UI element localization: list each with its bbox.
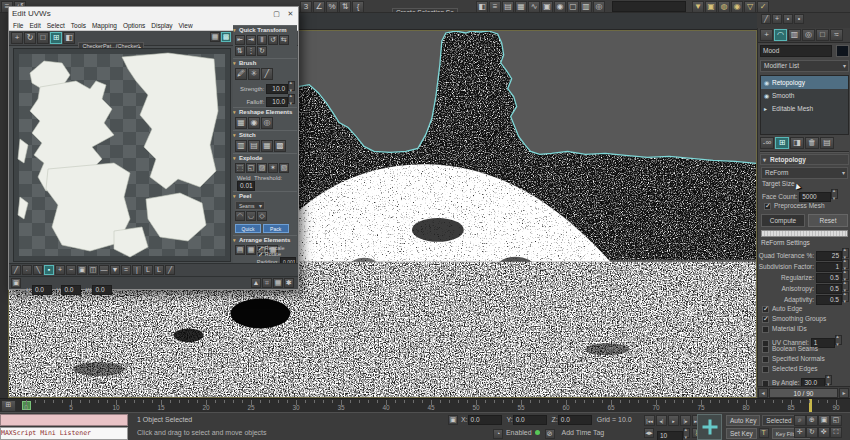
param-field[interactable]: 0.5 (816, 295, 842, 305)
retopology-rollout-header[interactable]: Retopology (760, 154, 849, 165)
key-step-icon[interactable]: ◂▸ (644, 428, 654, 438)
slash2-icon[interactable]: ╱ (165, 265, 175, 275)
rollout-reshape[interactable]: Reshape Elements (233, 107, 297, 116)
layer-explorer-icon[interactable]: ▤ (502, 1, 514, 13)
soft-selection-icon[interactable]: ╱ (11, 265, 21, 275)
next-frame-icon[interactable]: |▸ (680, 415, 691, 426)
space-h-icon[interactable]: ⇆ (279, 35, 289, 45)
menu-tools[interactable]: Tools (71, 20, 86, 31)
auto-edge-checkbox[interactable] (762, 306, 769, 313)
paint-move-icon[interactable]: 🖉 (235, 68, 247, 80)
rotate-90ccw-icon[interactable]: ↺ (268, 35, 278, 45)
spinner-snap-icon[interactable]: ⇅ (339, 1, 351, 13)
rotate-90cw-icon[interactable]: ↻ (257, 46, 267, 56)
snap-toggle-icon[interactable]: 3 (300, 1, 312, 13)
rollout-arrange[interactable]: Arrange Elements (233, 235, 297, 244)
menu-mapping[interactable]: Mapping (92, 20, 117, 31)
material-editor-icon[interactable]: ◉ (554, 1, 566, 13)
rollout-explode[interactable]: Explode (233, 153, 297, 162)
rotate-icon[interactable]: ↻ (24, 32, 36, 44)
plus-icon[interactable]: + (772, 14, 782, 24)
z-coord-field[interactable]: 0.0 (558, 415, 592, 425)
flatten-polys-icon[interactable]: ⬚ (235, 163, 245, 173)
preprocess-checkbox[interactable] (764, 203, 771, 210)
render-icon[interactable]: ◎ (593, 1, 605, 13)
menu-display[interactable]: Display (151, 20, 172, 31)
select-by-edge-icon[interactable]: — (99, 265, 109, 275)
stack-item-retopology[interactable]: ◉Retopology (761, 76, 848, 89)
edge-mode-icon[interactable]: ╲ (33, 265, 43, 275)
rollout-brush[interactable]: Brush (233, 58, 297, 67)
stitch-average-icon[interactable]: ▦ (261, 140, 273, 152)
smoothing-groups-checkbox[interactable] (762, 316, 769, 323)
falloff-curve-icon[interactable]: ╱ (261, 68, 273, 80)
check-value-spinner[interactable] (835, 335, 842, 345)
pan-icon[interactable]: ✛ (794, 427, 806, 438)
space-v-icon[interactable]: ⇅ (235, 46, 245, 56)
tab-create[interactable]: + (760, 29, 773, 41)
checker-toggle-icon[interactable]: ▩ (221, 32, 231, 42)
menu-view[interactable]: View (179, 20, 193, 31)
edit-seams-icon[interactable]: ◠ (235, 211, 245, 221)
straighten-icon[interactable]: ▦ (235, 117, 247, 129)
zoom-all-icon[interactable]: ⊕ (806, 415, 818, 426)
options-gear-icon[interactable]: ✱ (284, 278, 294, 288)
close-icon[interactable]: ✕ (284, 8, 297, 19)
relax-brush-icon[interactable]: ✳ (248, 68, 260, 80)
maxscript-mini-listener[interactable]: MAXScript Mini Listener (0, 427, 128, 440)
grid-snap-icon[interactable]: ▦ (273, 278, 283, 288)
render-iterative-icon[interactable]: ▣ (705, 1, 717, 13)
render-setup-icon[interactable]: ▢ (567, 1, 579, 13)
falloff-field[interactable]: 10.0 (266, 97, 288, 107)
named-selection-combo[interactable] (612, 1, 686, 12)
isolate-toggle-icon[interactable]: ⊘ (545, 429, 555, 439)
align-left-icon[interactable]: ⫴ (257, 35, 267, 45)
quick-peel-button[interactable]: Quick Peel (235, 224, 261, 233)
ignore-backfacing-icon[interactable]: ◫ (88, 265, 98, 275)
w-field[interactable]: 0.0 (92, 285, 112, 295)
vertex-mode-icon[interactable]: ∙ (22, 265, 32, 275)
stitch-custom-icon[interactable]: ▥ (235, 140, 247, 152)
seams-dropdown[interactable]: Seams (235, 201, 265, 210)
time-slider-handle[interactable]: 10 / 90 (769, 388, 838, 398)
stitch-target-icon[interactable]: ▩ (274, 140, 286, 152)
object-name-field[interactable]: Mood (760, 45, 832, 57)
mini-curve-editor-icon[interactable]: ⊞ (1, 400, 16, 412)
align-horizontal-icon[interactable]: ⇤ (235, 35, 245, 45)
planar-angle-icon[interactable]: ▼ (110, 265, 120, 275)
set-key-icon[interactable]: T (759, 428, 769, 438)
zoom-icon[interactable]: ⌕ (794, 415, 806, 426)
scale-icon[interactable]: □ (37, 32, 49, 44)
previous-frame-icon[interactable]: ◂| (656, 415, 667, 426)
angle-snap-icon[interactable]: ∠ (313, 1, 325, 13)
play-icon[interactable]: ▸ (668, 415, 679, 426)
menu-select[interactable]: Select (47, 20, 65, 31)
show-map-icon[interactable]: ▦ (210, 32, 220, 42)
frame-spinner[interactable] (683, 428, 690, 438)
move-icon[interactable]: + (11, 32, 23, 44)
param-spinner[interactable] (842, 292, 849, 302)
convert-seams-icon[interactable]: ◇ (257, 211, 267, 221)
break-icon[interactable]: ▧ (279, 163, 289, 173)
menu-options[interactable]: Options (123, 20, 145, 31)
zoom-region-icon[interactable]: ◱ (830, 415, 842, 426)
grow-selection-icon[interactable]: + (55, 265, 65, 275)
strength-field[interactable]: 10.0 (266, 84, 288, 94)
percent-snap-icon[interactable]: % (326, 1, 338, 13)
object-color-swatch[interactable] (836, 45, 849, 57)
face-count-spinner[interactable] (831, 189, 838, 199)
falloff-spinner[interactable] (288, 94, 295, 104)
freeform-icon[interactable]: ⊞ (50, 32, 62, 44)
check-icon[interactable]: ✓ (757, 1, 769, 13)
reset-button[interactable]: Reset (808, 214, 848, 227)
make-unique-icon[interactable]: ◨ (790, 137, 804, 149)
compute-button[interactable]: Compute (761, 214, 805, 227)
rollout-peel[interactable]: Peel (233, 191, 297, 200)
activeshade-icon[interactable]: ◍ (718, 1, 730, 13)
create-key-button[interactable] (697, 414, 722, 440)
stack-item-smooth[interactable]: ◉Smooth (761, 89, 848, 102)
selection-lock-icon[interactable]: ▣ (448, 415, 458, 425)
save-icon[interactable]: ▽ (744, 1, 756, 13)
tab-hierarchy[interactable]: ▥ (788, 29, 801, 41)
time-slider[interactable]: ◂ 10 / 90 ▸ (757, 386, 850, 398)
